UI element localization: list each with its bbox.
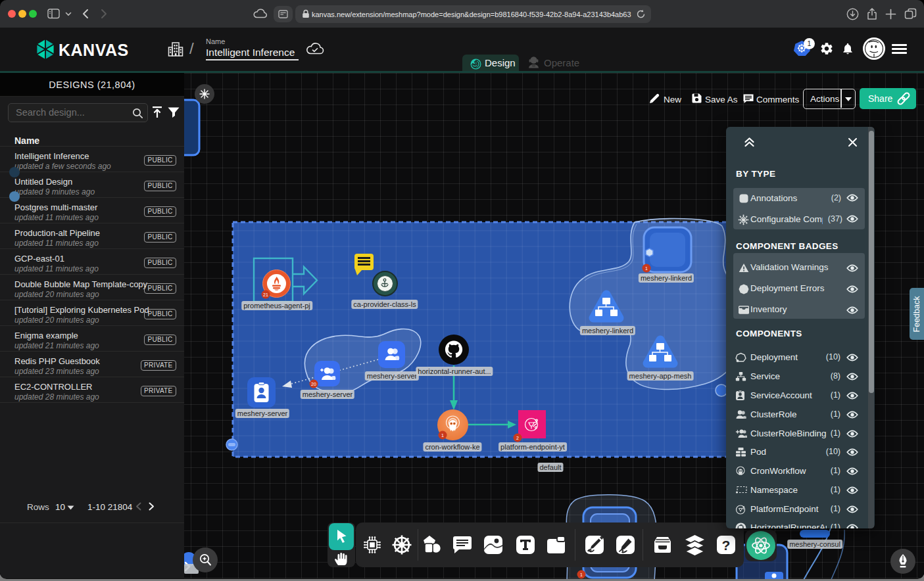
svg-text:?: ? xyxy=(722,538,731,553)
